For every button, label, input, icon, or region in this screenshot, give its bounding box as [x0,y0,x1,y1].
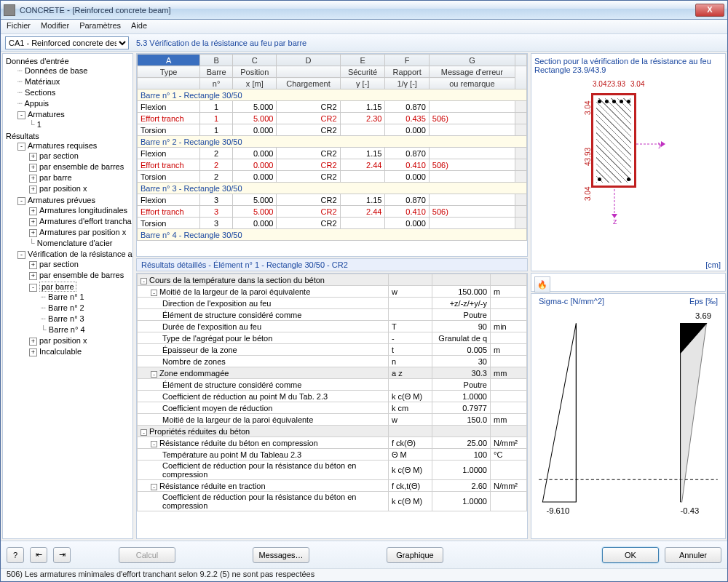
section-preview: Section pour la vérification de la résis… [531,53,726,271]
toolbar: CA1 - Reinforced concrete desig 5.3 Véri… [1,34,727,52]
detail-header: Résultats détaillés - Élément n° 1 - Rec… [136,258,528,271]
close-button[interactable]: X [695,4,724,17]
dim-h1: 43.93 [584,148,592,166]
tree-provided[interactable]: -Armatures prévues +Armatures longitudin… [16,195,131,249]
tree-item[interactable]: +par barre [28,172,131,183]
footer-bar: ? ⇤ ⇥ Calcul Messages… Graphique OK Annu… [1,541,727,568]
tree-item[interactable]: ┈ Matériaux [16,76,131,87]
tree-item[interactable]: └ 1 [28,119,131,129]
tree-armatures[interactable]: -Armatures └ 1 [16,109,131,130]
section-title: Section pour la vérification de la résis… [534,57,722,65]
app-window: CONCRETE - [Reinforced concrete beam] X … [0,0,728,582]
menu-bar: Fichier Modifier Paramètres Aide [1,20,727,34]
stress-diagram: Sigma-c [N/mm^2] Eps [‰] 3.69 -9.610 -0.… [531,293,726,539]
export-left-icon[interactable]: ⇤ [30,547,47,563]
tree-bar[interactable]: ┈ Barre n° 3 [39,314,131,324]
dim-w2b: 3.04 [630,80,644,88]
tree-item[interactable]: ┈ Sections [16,87,131,98]
window-title: CONCRETE - [Reinforced concrete beam] [20,5,171,15]
tree-item[interactable]: +par position x [28,335,131,346]
app-icon [4,4,15,16]
dim-w1: 23.93 [607,80,625,88]
tree-by-bar[interactable]: -par barre ┈ Barre n° 1 ┈ Barre n° 2 ┈ B… [28,281,131,335]
tree-results[interactable]: Résultats -Armatures requises +par secti… [4,131,131,359]
tree-item[interactable]: +par section [28,151,131,162]
help-button[interactable]: ? [7,547,24,563]
menu-edit[interactable]: Modifier [41,21,69,32]
messages-button[interactable]: Messages… [253,547,309,563]
dim-w2: 3.04 [593,80,606,88]
diag-right-label: Eps [‰] [689,297,718,306]
calc-button[interactable]: Calcul [119,547,175,563]
unit-label: [cm] [705,260,721,269]
diag-br-val: -0.43 [681,506,700,515]
svg-marker-3 [612,214,617,218]
tree-item[interactable]: ┈ Données de base [16,65,131,76]
tree-item[interactable]: +par ensemble de barres [28,270,131,281]
menu-file[interactable]: Fichier [7,21,31,32]
diag-top-val: 3.69 [695,311,711,320]
results-table[interactable]: ABCDEFGTypeBarrePositionSécuritéRapportM… [136,53,528,257]
tree-item[interactable]: +Armatures d'effort trancha [28,216,131,227]
tree-required[interactable]: -Armatures requises +par section +par en… [16,140,131,195]
detail-table[interactable]: -Cours de la température dans la section… [136,273,528,539]
tree-item[interactable]: └ Nomenclature d'acier [28,238,131,248]
status-bar: 506) Les armatures minimales d'effort tr… [1,568,727,581]
cancel-button[interactable]: Annuler [665,547,721,563]
tree-item[interactable]: ┈ Appuis [16,98,131,109]
fire-view-icon[interactable]: 🔥 [534,276,550,292]
section-subtitle: Rectangle 23.9/43.9 [534,65,722,74]
tree-item[interactable]: +Armatures longitudinales [28,205,131,216]
tree-item[interactable]: +par ensemble de barres [28,162,131,172]
svg-marker-1 [661,141,665,147]
title-bar: CONCRETE - [Reinforced concrete beam] X [1,1,727,20]
menu-help[interactable]: Aide [131,21,147,32]
svg-marker-7 [542,323,576,502]
section-heading: 5.3 Vérification de la résistance au feu… [136,39,306,47]
tree-bar[interactable]: ┈ Barre n° 1 [39,292,131,303]
diagram-svg: 3.69 -9.610 -0.43 [531,308,725,532]
beam-outline [591,93,636,188]
dim-h2b: 3.04 [584,187,592,201]
graphic-button[interactable]: Graphique [387,547,443,563]
tree-item[interactable]: +Armatures par position x [28,227,131,238]
menu-params[interactable]: Paramètres [79,21,121,32]
export-right-icon[interactable]: ⇥ [53,547,71,563]
ok-button[interactable]: OK [602,547,659,563]
tree-bar[interactable]: └ Barre n° 4 [39,324,131,335]
tree-fire[interactable]: -Vérification de la résistance au +par s… [16,249,131,358]
tree-input[interactable]: Données d'entrée ┈ Données de base ┈ Mat… [4,56,131,131]
diag-left-label: Sigma-c [N/mm^2] [539,297,604,306]
dim-h2: 3.04 [584,101,592,115]
tree-bar[interactable]: ┈ Barre n° 2 [39,303,131,314]
tree-item[interactable]: +Incalculable [28,346,131,357]
diag-bl-val: -9.610 [546,506,569,515]
tree-item[interactable]: +par section [28,259,131,270]
tree-item[interactable]: +par position x [28,183,131,194]
svg-marker-8 [681,323,707,502]
view-toolbar: 🔥 [531,273,726,292]
case-combo[interactable]: CA1 - Reinforced concrete desig [5,36,129,49]
nav-tree[interactable]: Données d'entrée ┈ Données de base ┈ Mat… [2,53,133,539]
